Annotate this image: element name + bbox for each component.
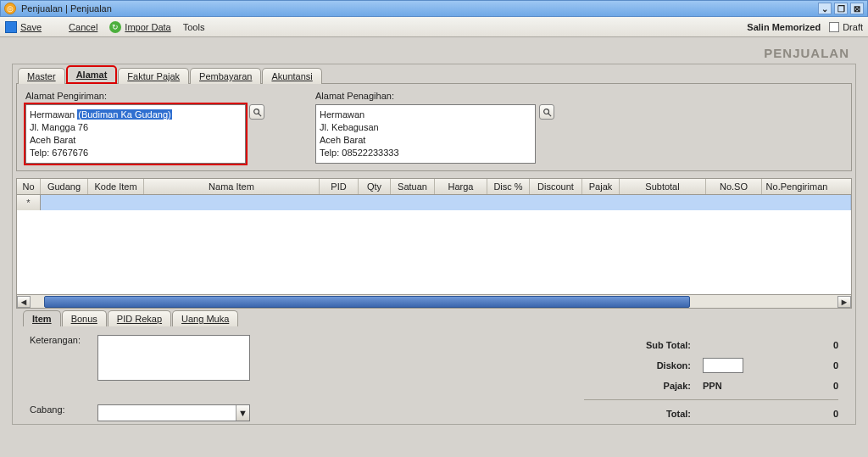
close-icon[interactable]: ⊠ (850, 3, 864, 14)
total-label: Total: (584, 409, 703, 419)
window-title: Penjualan | Penjualan (21, 3, 815, 14)
minimize-icon[interactable]: ⌄ (818, 3, 832, 14)
chevron-down-icon: ▼ (236, 405, 249, 421)
tab-pembayaran[interactable]: Pembayaran (190, 68, 261, 84)
main-panel: Master Alamat Faktur Pajak Pembayaran Ak… (12, 64, 856, 425)
diskon-value: 0 (762, 360, 838, 371)
col-harga[interactable]: Harga (435, 179, 487, 194)
impor-data-button[interactable]: ↻Impor Data (109, 21, 170, 33)
title-bar: ◎ Penjualan | Penjualan ⌄ ❐ ⊠ (0, 0, 868, 17)
totals-divider (584, 399, 838, 400)
subtotal-value: 0 (762, 340, 838, 350)
tab-alamat[interactable]: Alamat (66, 65, 118, 84)
alamat-pengiriman-box[interactable]: Hermawan (Budiman Ka Gudang) Jl. Mangga … (25, 104, 246, 164)
col-subtotal[interactable]: Subtotal (620, 179, 706, 194)
col-gudang[interactable]: Gudang (41, 179, 88, 194)
grid-new-row[interactable]: * (16, 195, 852, 210)
col-no[interactable]: No (17, 179, 41, 194)
page-title: PENJUALAN (0, 37, 868, 64)
tools-button[interactable]: Tools (183, 22, 205, 32)
col-satuan[interactable]: Satuan (391, 179, 435, 194)
col-kode-item[interactable]: Kode Item (88, 179, 144, 194)
diskon-input[interactable] (703, 358, 743, 373)
cabang-label: Cabang: (30, 404, 89, 415)
scroll-track[interactable] (31, 296, 837, 308)
tab-faktur-pajak[interactable]: Faktur Pajak (118, 68, 189, 84)
pajak-label: Pajak: (584, 381, 703, 391)
ppn-label: PPN (703, 381, 762, 391)
pengiriman-lookup-button[interactable] (249, 104, 264, 120)
col-no-pengiriman[interactable]: No.Pengiriman (762, 179, 832, 194)
col-pajak[interactable]: Pajak (582, 179, 620, 194)
grid-scrollbar: ◄ ► (16, 295, 852, 309)
pengiriman-label: Alamat Pengiriman: (25, 91, 264, 101)
penagihan-label: Alamat Penagihan: (315, 91, 554, 101)
tab-akuntansi[interactable]: Akuntansi (262, 68, 321, 84)
scroll-thumb[interactable] (44, 296, 690, 308)
tab-body: Alamat Pengiriman: Hermawan (Budiman Ka … (16, 83, 852, 171)
save-button[interactable]: Save (5, 21, 42, 33)
cancel-icon (53, 21, 65, 33)
import-icon: ↻ (109, 21, 121, 33)
grid-body[interactable] (16, 210, 852, 295)
toolbar: Save Cancel ↻Impor Data Tools Salin Memo… (0, 17, 868, 37)
svg-point-0 (253, 109, 259, 114)
selected-text: (Budiman Ka Gudang) (77, 109, 171, 120)
footer-form: Keterangan: Cabang: ▼ Sub Total:0 Diskon… (13, 326, 855, 424)
keterangan-label: Keterangan: (30, 335, 89, 345)
total-value: 0 (762, 409, 838, 419)
keterangan-input[interactable] (97, 335, 250, 381)
penagihan-lookup-button[interactable] (539, 104, 554, 120)
diskon-label: Diskon: (584, 360, 703, 371)
bottom-tabs: Item Bonus PID Rekap Uang Muka (16, 310, 852, 326)
maximize-icon[interactable]: ❐ (834, 3, 848, 14)
new-row-indicator: * (17, 195, 41, 210)
draft-checkbox[interactable] (829, 22, 839, 32)
scroll-right-button[interactable]: ► (837, 296, 851, 308)
col-discount[interactable]: Discount (530, 179, 582, 194)
tab-bonus[interactable]: Bonus (62, 310, 107, 326)
save-icon (5, 21, 17, 33)
salin-memorized-button[interactable]: Salin Memorized (747, 22, 821, 32)
pajak-value: 0 (762, 381, 838, 391)
tab-pid-rekap[interactable]: PID Rekap (108, 310, 171, 326)
alamat-penagihan-box[interactable]: Hermawan Jl. Kebagusan Aceh Barat Telp: … (315, 104, 536, 164)
tab-uang-muka[interactable]: Uang Muka (172, 310, 238, 326)
top-tabs: Master Alamat Faktur Pajak Pembayaran Ak… (13, 65, 855, 84)
col-pid[interactable]: PID (320, 179, 359, 194)
cancel-button[interactable]: Cancel (53, 21, 97, 33)
col-no-so[interactable]: No.SO (706, 179, 762, 194)
app-icon: ◎ (4, 3, 16, 14)
subtotal-label: Sub Total: (584, 340, 703, 350)
grid-header: No Gudang Kode Item Nama Item PID Qty Sa… (16, 178, 852, 195)
col-disc-pct[interactable]: Disc % (487, 179, 530, 194)
items-grid: No Gudang Kode Item Nama Item PID Qty Sa… (16, 178, 852, 309)
svg-point-2 (543, 109, 548, 114)
tab-master[interactable]: Master (18, 68, 65, 84)
scroll-left-button[interactable]: ◄ (17, 296, 31, 308)
draft-label: Draft (843, 22, 863, 32)
totals-panel: Sub Total:0 Diskon:0 Pajak:PPN0 Total:0 (584, 335, 838, 424)
col-qty[interactable]: Qty (359, 179, 391, 194)
svg-line-1 (258, 113, 260, 115)
svg-line-3 (548, 113, 550, 115)
cabang-select[interactable]: ▼ (97, 404, 250, 421)
tab-item[interactable]: Item (23, 310, 61, 326)
col-nama-item[interactable]: Nama Item (144, 179, 320, 194)
